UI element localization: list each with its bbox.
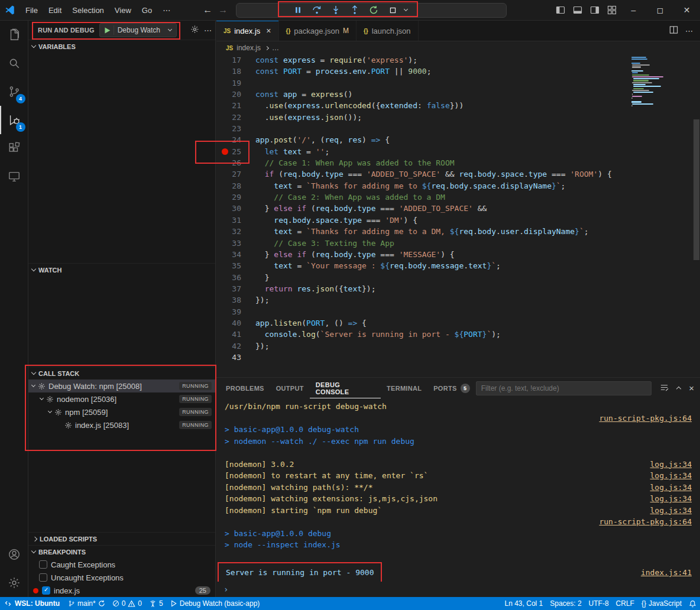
code-line-34[interactable]: 34 } else if (req.body.type === 'MESSAGE… [216, 249, 700, 260]
gutter[interactable]: 38 [216, 294, 255, 306]
command-center[interactable] [236, 3, 507, 18]
call-stack-row[interactable]: npm [25059]RUNNING [28, 405, 215, 418]
forward-arrow-icon[interactable]: → [218, 5, 228, 15]
tab-launch-json[interactable]: {} launch.json [357, 21, 419, 41]
code-line-22[interactable]: 22 .use(express.json()); [216, 112, 700, 123]
gutter[interactable]: 19 [216, 77, 255, 89]
chevron-down-icon[interactable] [31, 383, 35, 387]
tab-ports[interactable]: PORTS 5 [427, 378, 475, 398]
close-icon[interactable]: × [266, 26, 271, 35]
breakpoint-row[interactable]: index.js25 [28, 584, 215, 597]
toggle-panel-icon[interactable] [569, 0, 586, 20]
gutter[interactable]: 32 [216, 226, 255, 237]
gutter[interactable]: 42 [216, 340, 255, 352]
code-line-27[interactable]: 27 if (req.body.type === 'ADDED_TO_SPACE… [216, 168, 700, 180]
gutter[interactable]: 27 [216, 168, 255, 180]
call-stack-row[interactable]: nodemon [25036]RUNNING [28, 392, 215, 405]
code-line-38[interactable]: 38}); [216, 294, 700, 306]
language-mode-item[interactable]: {} JavaScript [638, 597, 685, 610]
git-branch-item[interactable]: main* [64, 597, 109, 610]
gutter[interactable]: 35 [216, 260, 255, 271]
gutter[interactable]: 28 [216, 180, 255, 192]
settings-gear-icon[interactable] [0, 569, 28, 597]
source-link[interactable]: log.js:34 [650, 482, 692, 494]
code-line-35[interactable]: 35 text = `Your message : ${req.body.mes… [216, 260, 700, 271]
minimap[interactable] [631, 57, 691, 109]
menu-edit[interactable]: Edit [43, 4, 67, 17]
chevron-down-icon[interactable] [48, 409, 52, 413]
gutter[interactable]: 31 [216, 215, 255, 226]
gutter[interactable]: 41 [216, 329, 255, 340]
maximize-button[interactable]: ◻ [647, 0, 673, 20]
code-line-32[interactable]: 32 text = `Thanks for adding me to a DM,… [216, 226, 700, 237]
editor-more-actions-icon[interactable]: ⋯ [685, 27, 693, 35]
views-more-actions-icon[interactable]: ⋯ [204, 26, 212, 35]
breakpoint-checkbox[interactable] [39, 573, 47, 582]
source-link[interactable]: log.js:34 [650, 493, 692, 505]
search-icon[interactable] [0, 49, 28, 77]
breadcrumb-more[interactable]: … [272, 44, 279, 52]
code-line-19[interactable]: 19 [216, 77, 700, 89]
source-link[interactable]: log.js:34 [650, 470, 692, 482]
code-line-33[interactable]: 33 // Case 3: Texting the App [216, 238, 700, 249]
breakpoint-checkbox[interactable] [39, 560, 47, 569]
gutter[interactable]: 29 [216, 192, 255, 203]
extensions-icon[interactable] [0, 134, 28, 163]
call-stack-row[interactable]: index.js [25083]RUNNING [28, 418, 215, 431]
code-line-28[interactable]: 28 text = `Thanks for adding me to ${req… [216, 180, 700, 192]
tab-debug-console[interactable]: DEBUG CONSOLE [310, 378, 381, 398]
launch-config-dropdown[interactable]: Debug Watch [114, 25, 174, 35]
gutter[interactable]: 18 [216, 66, 255, 77]
debug-console-output[interactable]: /usr/bin/npm run-script debug-watchrun-s… [216, 398, 700, 582]
menu-[interactable]: ⋯ [157, 4, 176, 17]
close-panel-icon[interactable]: × [689, 383, 694, 393]
explorer-icon[interactable] [0, 21, 28, 49]
restart-icon[interactable] [367, 4, 381, 17]
console-filter-input[interactable] [476, 381, 652, 395]
code-line-24[interactable]: 24app.post('/', (req, res) => { [216, 134, 700, 145]
code-line-29[interactable]: 29 // Case 2: When App was added to a DM [216, 192, 700, 203]
chevron-down-icon[interactable] [40, 396, 44, 400]
step-into-icon[interactable] [329, 4, 343, 17]
source-control-icon[interactable]: 4 [0, 77, 28, 106]
problems-item[interactable]: 0 0 [109, 597, 145, 610]
back-arrow-icon[interactable]: ← [203, 5, 212, 15]
code-line-31[interactable]: 31 req.body.space.type === 'DM') { [216, 215, 700, 226]
debug-status-item[interactable]: Debug Watch (basic-app) [167, 597, 264, 610]
gutter[interactable]: 20 [216, 89, 255, 100]
editor-scrollbar[interactable] [693, 119, 699, 260]
code-line-40[interactable]: 40app.listen(PORT, () => { [216, 317, 700, 329]
remote-indicator[interactable]: WSL: Ubuntu [0, 597, 64, 610]
remote-explorer-icon[interactable] [0, 163, 28, 191]
cursor-position-item[interactable]: Ln 43, Col 1 [501, 597, 547, 610]
code-line-43[interactable]: 43 [216, 352, 700, 363]
gutter[interactable]: 36 [216, 272, 255, 283]
source-link[interactable]: log.js:34 [650, 459, 692, 471]
code-line-20[interactable]: 20const app = express() [216, 89, 700, 100]
source-link[interactable]: index.js:41 [641, 567, 692, 579]
run-and-debug-icon[interactable]: 1 [0, 106, 28, 134]
variables-section-header[interactable]: VARIABLES [28, 40, 215, 53]
gutter[interactable]: 23 [216, 123, 255, 134]
breadcrumb[interactable]: JS index.js … [216, 41, 700, 54]
code-line-36[interactable]: 36 } [216, 272, 700, 283]
breakpoint-dot[interactable] [222, 148, 228, 155]
customize-layout-icon[interactable] [603, 0, 620, 20]
gutter[interactable]: 39 [216, 306, 255, 317]
accounts-icon[interactable] [0, 540, 28, 569]
breakpoints-section-header[interactable]: BREAKPOINTS [28, 545, 215, 558]
code-line-39[interactable]: 39 [216, 306, 700, 317]
debug-console-input[interactable]: › [216, 582, 700, 597]
stop-dropdown-chevron-icon[interactable] [404, 7, 408, 11]
forwarded-ports-item[interactable]: 5 [145, 597, 167, 610]
tab-terminal[interactable]: TERMINAL [381, 378, 427, 398]
gutter[interactable]: 30 [216, 203, 255, 214]
code-line-25[interactable]: 25 let text = ''; [216, 146, 700, 157]
menu-view[interactable]: View [109, 4, 137, 17]
start-debug-icon[interactable] [102, 27, 114, 34]
breakpoint-checkbox[interactable] [42, 586, 50, 595]
indentation-item[interactable]: Spaces: 2 [546, 597, 585, 610]
tab-package-json[interactable]: {} package.json M [279, 21, 357, 41]
source-link[interactable]: run-script-pkg.js:64 [599, 516, 692, 528]
menu-selection[interactable]: Selection [67, 4, 109, 17]
